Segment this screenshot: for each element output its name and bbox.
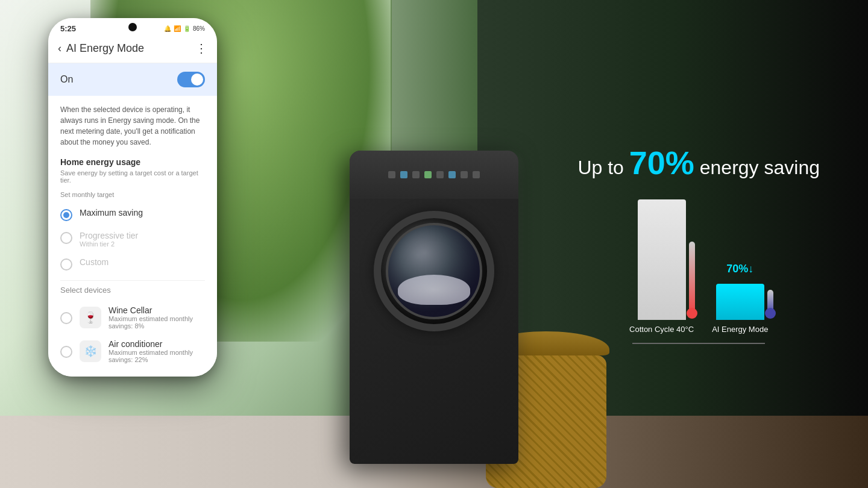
set-monthly-target-label: Set monthly target xyxy=(60,191,205,198)
ac-savings: Maximum estimated monthly savings: 22% xyxy=(108,349,205,363)
divider-1 xyxy=(60,280,205,281)
toggle-switch[interactable] xyxy=(177,72,205,87)
battery-percent: 86% xyxy=(193,25,205,32)
wm-door-area xyxy=(350,199,518,343)
radio-circle-progressive xyxy=(60,232,72,244)
bar-ai-label: AI Energy Mode xyxy=(712,325,768,334)
thermometer-ai xyxy=(767,290,773,314)
energy-percent: 70% xyxy=(629,145,694,181)
app-title: AI Energy Mode xyxy=(66,42,144,55)
radio-text-maximum: Maximum saving xyxy=(80,208,143,217)
radio-label-custom: Custom xyxy=(80,257,108,267)
phone-wrapper: 5:25 🔔 📶 🔋 86% ‹ AI Energy Mode ⋮ On Whe… xyxy=(48,18,241,377)
wm-top-panel xyxy=(350,151,518,199)
phone: 5:25 🔔 📶 🔋 86% ‹ AI Energy Mode ⋮ On Whe… xyxy=(48,18,217,377)
chart-baseline xyxy=(632,343,765,344)
radio-progressive-tier[interactable]: Progressive tier Within tier 2 xyxy=(60,226,205,252)
radio-text-custom: Custom xyxy=(80,257,108,267)
radio-text-progressive: Progressive tier Within tier 2 xyxy=(80,231,138,248)
radio-circle-wine xyxy=(60,312,72,324)
radio-custom[interactable]: Custom xyxy=(60,252,205,275)
radio-sub-progressive: Within tier 2 xyxy=(80,240,138,248)
bar-cotton-label: Cotton Cycle 40°C xyxy=(629,325,694,334)
bar-ai: 70%↓ xyxy=(716,284,764,320)
app-header: ‹ AI Energy Mode ⋮ xyxy=(48,36,217,63)
wm-laundry xyxy=(398,275,470,305)
status-icons: 🔔 📶 🔋 86% xyxy=(164,25,205,32)
toggle-row: On xyxy=(48,63,217,96)
wm-btn-7 xyxy=(461,171,468,178)
energy-saving-label: Up to 70% energy saving xyxy=(577,144,820,181)
radio-label-maximum: Maximum saving xyxy=(80,208,143,217)
wm-btn-6 xyxy=(448,171,456,178)
home-energy-subtitle: Save energy by setting a target cost or … xyxy=(60,169,205,184)
select-devices-title: Select devices xyxy=(60,286,205,295)
wine-cellar-name: Wine Cellar xyxy=(108,305,205,315)
energy-suffix: energy saving xyxy=(700,157,820,178)
ai-percent-badge: 70%↓ xyxy=(726,263,753,275)
camera-notch xyxy=(128,23,137,31)
radio-maximum-saving[interactable]: Maximum saving xyxy=(60,203,205,226)
home-energy-title: Home energy usage xyxy=(60,157,205,167)
wm-door-inner xyxy=(386,223,482,319)
wm-btn-4 xyxy=(424,171,432,178)
status-time: 5:25 xyxy=(60,24,76,33)
device-air-conditioner[interactable]: ❄️ Air conditioner Maximum estimated mon… xyxy=(60,334,205,368)
ac-name: Air conditioner xyxy=(108,339,205,349)
energy-prefix: Up to xyxy=(577,157,623,178)
chart-area: Up to 70% energy saving Cotton Cycle 40°… xyxy=(577,144,820,344)
description-text: When the selected device is operating, i… xyxy=(60,104,205,148)
radio-label-progressive: Progressive tier xyxy=(80,231,138,240)
wm-door xyxy=(374,211,494,331)
bar-cotton xyxy=(638,199,686,320)
wm-btn-5 xyxy=(436,171,444,178)
ac-icon: ❄️ xyxy=(80,340,101,362)
back-button[interactable]: ‹ xyxy=(58,42,61,55)
bar-group-ai: 70%↓ AI Energy Mode xyxy=(712,284,768,334)
header-left: ‹ AI Energy Mode xyxy=(58,42,144,55)
ac-info: Air conditioner Maximum estimated monthl… xyxy=(108,339,205,363)
battery-icon: 🔋 xyxy=(183,25,190,32)
app-body: When the selected device is operating, i… xyxy=(48,96,217,377)
wine-cellar-savings: Maximum estimated monthly savings: 8% xyxy=(108,315,205,330)
wm-btn-2 xyxy=(400,171,407,178)
more-menu-button[interactable]: ⋮ xyxy=(195,41,207,55)
wm-btn-8 xyxy=(473,171,480,178)
radio-circle-maximum xyxy=(60,209,72,221)
washing-machine-container xyxy=(338,151,530,488)
wine-cellar-info: Wine Cellar Maximum estimated monthly sa… xyxy=(108,305,205,330)
radio-circle-ac xyxy=(60,346,72,358)
washing-machine xyxy=(350,151,518,464)
wine-cellar-icon: 🍷 xyxy=(80,307,101,328)
wifi-icon: 📶 xyxy=(174,25,181,32)
bar-group-cotton: Cotton Cycle 40°C xyxy=(629,199,694,334)
wm-controls xyxy=(388,171,480,178)
device-wine-cellar[interactable]: 🍷 Wine Cellar Maximum estimated monthly … xyxy=(60,301,205,334)
toggle-label: On xyxy=(60,74,73,85)
radio-circle-custom xyxy=(60,258,72,271)
notification-icon: 🔔 xyxy=(164,25,171,32)
wm-btn-1 xyxy=(388,171,395,178)
thermometer-cotton xyxy=(689,242,695,314)
chart-bars: Cotton Cycle 40°C 70%↓ AI Energy Mode xyxy=(629,199,768,334)
wm-btn-3 xyxy=(412,171,420,178)
